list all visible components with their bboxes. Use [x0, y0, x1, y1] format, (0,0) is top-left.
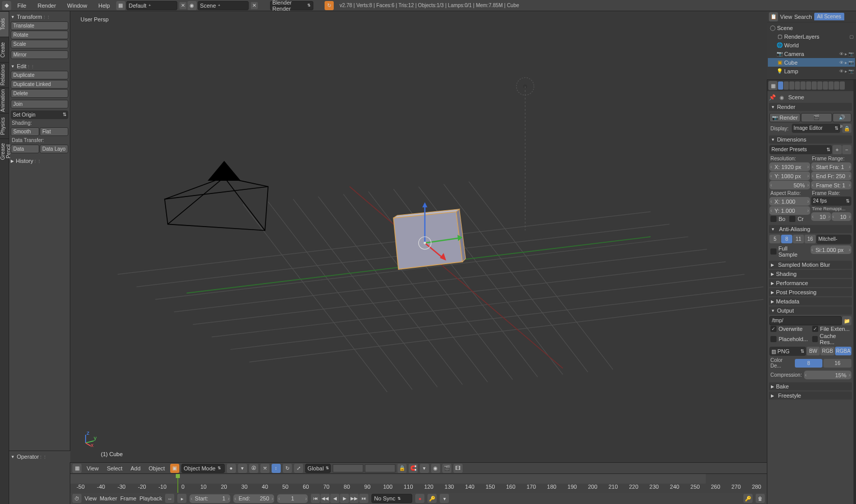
freestyle-header[interactable]: ▶Freestyle	[769, 391, 852, 400]
scene-icon[interactable]: ◉	[188, 1, 197, 10]
keyframe-prev-icon[interactable]: ◀◀	[320, 494, 330, 503]
tab-data[interactable]	[817, 81, 822, 90]
tl-marker[interactable]: Marker	[100, 495, 117, 501]
output-header[interactable]: ▼Output	[769, 306, 852, 315]
shading-solid-icon[interactable]: ●	[227, 464, 236, 473]
mode-dropdown[interactable]: Object Mode⇅	[181, 464, 225, 473]
overwrite-check[interactable]: Overwrite	[769, 325, 810, 332]
manip-scale-icon[interactable]: ⤢	[294, 464, 303, 473]
3d-viewport[interactable]: User Persp (1) Cube z y x	[70, 11, 767, 462]
tab-modifiers[interactable]	[812, 81, 817, 90]
edit-header[interactable]: ▼Edit⋮⋮	[11, 62, 68, 70]
render-preview-icon[interactable]: 🎬	[442, 464, 451, 473]
tree-world[interactable]: 🌐World	[768, 41, 855, 49]
tree-lamp[interactable]: 💡Lamp👁▸📷	[768, 67, 855, 75]
cd-8[interactable]: 8	[795, 359, 823, 368]
lock-interface-icon[interactable]: 🔒	[842, 124, 851, 133]
frame-step[interactable]: Frame St: 1	[811, 181, 852, 189]
flat-button[interactable]: Flat	[40, 127, 68, 136]
vp-view[interactable]: View	[84, 465, 102, 471]
shading-header[interactable]: ▶Shading	[769, 270, 852, 278]
aa-filter[interactable]: Mitchell-Net...	[816, 235, 851, 244]
manip-translate-icon[interactable]: ↕	[272, 464, 281, 473]
remap-old[interactable]: 10	[811, 212, 831, 221]
ol-view[interactable]: View	[780, 14, 792, 20]
end-frame[interactable]: End Fr: 250	[811, 172, 852, 180]
start-frame[interactable]: Start Fra: 1	[811, 162, 852, 171]
tab-particles[interactable]	[834, 81, 839, 90]
pin-icon[interactable]: 📌	[769, 94, 776, 101]
sync-dropdown[interactable]: No Sync⇅	[371, 494, 412, 503]
placeholder-check[interactable]: Placehold...	[769, 332, 810, 346]
vp-select[interactable]: Select	[104, 465, 126, 471]
layout-close[interactable]: ✕	[179, 2, 186, 9]
engine-dropdown[interactable]: Blender Render⇅	[270, 1, 313, 10]
tab-create[interactable]: Create	[0, 37, 9, 62]
tab-world[interactable]	[795, 81, 800, 90]
translate-button[interactable]: Translate	[11, 21, 68, 30]
vp-add[interactable]: Add	[127, 465, 144, 471]
tab-object[interactable]	[800, 81, 806, 90]
perf-header[interactable]: ▶Performance	[769, 279, 852, 287]
full-sample-check[interactable]: Full Sample	[769, 245, 809, 258]
jump-start-icon[interactable]: ⏮	[311, 494, 320, 503]
menu-help[interactable]: Help	[93, 1, 115, 11]
play-icon[interactable]: ▶	[340, 494, 349, 503]
aspect-y[interactable]: Y: 1.000	[769, 206, 810, 215]
keying-set-icon[interactable]: 🔑	[427, 494, 437, 503]
vp-object[interactable]: Object	[146, 465, 168, 471]
layer-buttons[interactable]	[333, 464, 395, 472]
layout-dropdown[interactable]: Default+	[126, 1, 177, 10]
menu-render[interactable]: Render	[33, 1, 61, 11]
tab-physics[interactable]	[840, 81, 845, 90]
pp-header[interactable]: ▶Post Processing	[769, 288, 852, 296]
rgb-button[interactable]: RGB	[820, 347, 835, 355]
aa-11[interactable]: 11	[793, 235, 804, 243]
cd-16[interactable]: 16	[823, 359, 851, 368]
history-header[interactable]: ▶History⋮⋮	[11, 157, 68, 165]
aa-8[interactable]: 8	[781, 235, 792, 243]
tab-constraints[interactable]	[806, 81, 811, 90]
data-button[interactable]: Data	[11, 145, 39, 153]
aa-header[interactable]: ▼Anti-Aliasing	[769, 225, 852, 233]
tree-scene[interactable]: ◯Scene	[768, 23, 855, 32]
mirror-button[interactable]: Mirror	[11, 50, 68, 59]
frame-start[interactable]: Start:1	[190, 494, 230, 503]
format-select[interactable]: ▨ PNG	[769, 347, 806, 356]
smooth-button[interactable]: Smooth	[11, 127, 39, 136]
audio-button[interactable]: 🔊 Audio	[833, 113, 851, 122]
tab-scene[interactable]	[789, 81, 794, 90]
tab-physics[interactable]: Physics	[0, 113, 9, 138]
editor-type-icon[interactable]: ▦	[72, 464, 82, 473]
menu-window[interactable]: Window	[62, 1, 92, 11]
manip-rotate-icon[interactable]: ↻	[283, 464, 292, 473]
outliner-editor-icon[interactable]: 📋	[769, 12, 778, 21]
tab-material[interactable]	[823, 81, 828, 90]
preset-remove-icon[interactable]: −	[842, 145, 851, 154]
rotate-button[interactable]: Rotate	[11, 31, 68, 39]
tab-relations[interactable]: Relations	[0, 62, 9, 88]
ol-all-scenes[interactable]: All Scenes	[814, 13, 844, 20]
ol-search[interactable]: Search	[794, 14, 812, 20]
bake-header[interactable]: ▶Bake	[769, 382, 852, 390]
meta-header[interactable]: ▶Metadata	[769, 297, 852, 305]
tab-tools[interactable]: Tools	[0, 11, 9, 37]
output-path[interactable]: /tmp/	[769, 316, 842, 325]
jump-end-icon[interactable]: ⏭	[359, 494, 368, 503]
cache-check[interactable]: Cache Res...	[811, 332, 852, 346]
data-layout-button[interactable]: Data Layo	[40, 145, 68, 153]
tab-grease-pencil[interactable]: Grease Pencil	[0, 138, 9, 164]
keyframe-next-icon[interactable]: ▶▶	[350, 494, 359, 503]
prop-edit-icon[interactable]: ◉	[431, 464, 440, 473]
shading-menu-icon[interactable]: ▾	[238, 464, 247, 473]
aspect-x[interactable]: X: 1.000	[769, 197, 810, 206]
operator-header[interactable]: ▼Operator⋮⋮	[11, 453, 69, 461]
aa-size[interactable]: Si:1.000 px	[811, 245, 852, 254]
tab-render[interactable]	[778, 81, 783, 90]
tl-insert-key-icon[interactable]: 🔑	[743, 494, 753, 503]
compression[interactable]: 15%	[804, 371, 851, 379]
autokey-icon[interactable]: ●	[415, 494, 424, 503]
join-button[interactable]: Join	[11, 100, 68, 108]
props-editor-icon[interactable]: ▦	[768, 81, 778, 90]
tab-texture[interactable]	[828, 81, 834, 90]
